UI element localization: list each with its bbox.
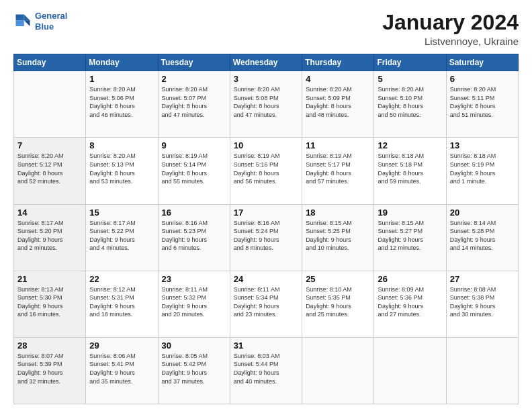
calendar-header-row: Sunday Monday Tuesday Wednesday Thursday… <box>14 54 519 71</box>
calendar-cell: 7Sunrise: 8:20 AM Sunset: 5:12 PM Daylig… <box>14 138 86 204</box>
day-number: 28 <box>17 340 82 351</box>
day-info: Sunrise: 8:06 AM Sunset: 5:41 PM Dayligh… <box>89 352 154 385</box>
calendar-cell: 21Sunrise: 8:13 AM Sunset: 5:30 PM Dayli… <box>14 271 86 337</box>
calendar-cell: 20Sunrise: 8:14 AM Sunset: 5:28 PM Dayli… <box>446 204 518 271</box>
day-number: 21 <box>17 274 82 284</box>
calendar-title: January 2024 <box>382 11 519 34</box>
day-info: Sunrise: 8:11 AM Sunset: 5:32 PM Dayligh… <box>162 285 226 319</box>
day-number: 12 <box>378 140 442 150</box>
calendar-cell <box>14 71 86 138</box>
day-number: 23 <box>162 274 226 284</box>
calendar-week-3: 14Sunrise: 8:17 AM Sunset: 5:20 PM Dayli… <box>14 204 519 271</box>
day-number: 17 <box>234 208 298 218</box>
calendar-cell <box>446 337 518 404</box>
day-info: Sunrise: 8:20 AM Sunset: 5:11 PM Dayligh… <box>450 85 515 119</box>
day-number: 24 <box>234 274 298 284</box>
calendar-cell: 17Sunrise: 8:16 AM Sunset: 5:24 PM Dayli… <box>230 204 302 271</box>
day-number: 11 <box>306 140 370 150</box>
day-info: Sunrise: 8:12 AM Sunset: 5:31 PM Dayligh… <box>89 285 154 319</box>
calendar-cell: 1Sunrise: 8:20 AM Sunset: 5:06 PM Daylig… <box>86 71 158 138</box>
calendar-cell: 13Sunrise: 8:18 AM Sunset: 5:19 PM Dayli… <box>446 138 518 204</box>
day-number: 1 <box>89 74 154 84</box>
header-wednesday: Wednesday <box>230 54 302 71</box>
day-info: Sunrise: 8:20 AM Sunset: 5:12 PM Dayligh… <box>17 152 82 185</box>
calendar-cell: 29Sunrise: 8:06 AM Sunset: 5:41 PM Dayli… <box>86 337 158 404</box>
calendar-cell: 24Sunrise: 8:11 AM Sunset: 5:34 PM Dayli… <box>230 271 302 337</box>
calendar-cell: 14Sunrise: 8:17 AM Sunset: 5:20 PM Dayli… <box>14 204 86 271</box>
logo-line2: Blue <box>35 21 54 32</box>
title-block: January 2024 Listvennoye, Ukraine <box>382 11 519 47</box>
day-number: 16 <box>162 208 226 218</box>
day-number: 25 <box>306 274 370 284</box>
day-number: 13 <box>450 140 515 150</box>
calendar-cell: 28Sunrise: 8:07 AM Sunset: 5:39 PM Dayli… <box>14 337 86 404</box>
logo-text: General Blue <box>35 11 67 32</box>
day-number: 7 <box>17 140 82 150</box>
day-info: Sunrise: 8:18 AM Sunset: 5:19 PM Dayligh… <box>450 152 515 185</box>
calendar-cell: 9Sunrise: 8:19 AM Sunset: 5:14 PM Daylig… <box>158 138 230 204</box>
day-info: Sunrise: 8:10 AM Sunset: 5:35 PM Dayligh… <box>306 285 370 319</box>
day-number: 3 <box>234 74 298 84</box>
header-saturday: Saturday <box>446 54 518 71</box>
day-info: Sunrise: 8:20 AM Sunset: 5:09 PM Dayligh… <box>306 85 370 119</box>
day-number: 14 <box>17 208 82 218</box>
day-info: Sunrise: 8:19 AM Sunset: 5:16 PM Dayligh… <box>234 152 298 185</box>
day-info: Sunrise: 8:19 AM Sunset: 5:14 PM Dayligh… <box>162 152 226 185</box>
day-info: Sunrise: 8:15 AM Sunset: 5:25 PM Dayligh… <box>306 219 370 253</box>
calendar-cell <box>302 337 374 404</box>
day-info: Sunrise: 8:20 AM Sunset: 5:13 PM Dayligh… <box>89 152 154 185</box>
day-number: 18 <box>306 208 370 218</box>
day-info: Sunrise: 8:09 AM Sunset: 5:36 PM Dayligh… <box>378 285 442 319</box>
day-number: 30 <box>162 340 226 351</box>
calendar-week-2: 7Sunrise: 8:20 AM Sunset: 5:12 PM Daylig… <box>14 138 519 204</box>
calendar-cell: 2Sunrise: 8:20 AM Sunset: 5:07 PM Daylig… <box>158 71 230 138</box>
day-info: Sunrise: 8:17 AM Sunset: 5:20 PM Dayligh… <box>17 219 82 253</box>
day-info: Sunrise: 8:20 AM Sunset: 5:07 PM Dayligh… <box>162 85 226 119</box>
day-number: 19 <box>378 208 442 218</box>
day-info: Sunrise: 8:20 AM Sunset: 5:06 PM Dayligh… <box>89 85 154 119</box>
day-info: Sunrise: 8:14 AM Sunset: 5:28 PM Dayligh… <box>450 219 515 253</box>
calendar-cell: 8Sunrise: 8:20 AM Sunset: 5:13 PM Daylig… <box>86 138 158 204</box>
day-number: 10 <box>234 140 298 150</box>
calendar-cell: 26Sunrise: 8:09 AM Sunset: 5:36 PM Dayli… <box>374 271 446 337</box>
day-number: 4 <box>306 74 370 84</box>
calendar-cell: 5Sunrise: 8:20 AM Sunset: 5:10 PM Daylig… <box>374 71 446 138</box>
day-info: Sunrise: 8:05 AM Sunset: 5:42 PM Dayligh… <box>162 352 226 385</box>
day-number: 27 <box>450 274 515 284</box>
day-number: 20 <box>450 208 515 218</box>
day-number: 31 <box>234 340 298 351</box>
day-info: Sunrise: 8:20 AM Sunset: 5:08 PM Dayligh… <box>234 85 298 119</box>
day-number: 22 <box>89 274 154 284</box>
calendar-cell: 3Sunrise: 8:20 AM Sunset: 5:08 PM Daylig… <box>230 71 302 138</box>
day-info: Sunrise: 8:20 AM Sunset: 5:10 PM Dayligh… <box>378 85 442 119</box>
calendar-cell: 15Sunrise: 8:17 AM Sunset: 5:22 PM Dayli… <box>86 204 158 271</box>
calendar-cell <box>374 337 446 404</box>
calendar-cell: 10Sunrise: 8:19 AM Sunset: 5:16 PM Dayli… <box>230 138 302 204</box>
page: General Blue January 2024 Listvennoye, U… <box>0 0 532 411</box>
calendar-cell: 22Sunrise: 8:12 AM Sunset: 5:31 PM Dayli… <box>86 271 158 337</box>
day-number: 5 <box>378 74 442 84</box>
day-info: Sunrise: 8:17 AM Sunset: 5:22 PM Dayligh… <box>89 219 154 253</box>
day-info: Sunrise: 8:19 AM Sunset: 5:17 PM Dayligh… <box>306 152 370 185</box>
day-info: Sunrise: 8:08 AM Sunset: 5:38 PM Dayligh… <box>450 285 515 319</box>
svg-marker-0 <box>24 14 30 20</box>
day-number: 29 <box>89 340 154 351</box>
calendar-cell: 25Sunrise: 8:10 AM Sunset: 5:35 PM Dayli… <box>302 271 374 337</box>
header-monday: Monday <box>86 54 158 71</box>
day-number: 15 <box>89 208 154 218</box>
logo-icon <box>13 12 32 31</box>
calendar-cell: 31Sunrise: 8:03 AM Sunset: 5:44 PM Dayli… <box>230 337 302 404</box>
day-info: Sunrise: 8:16 AM Sunset: 5:23 PM Dayligh… <box>162 219 226 253</box>
svg-marker-1 <box>24 20 30 26</box>
svg-rect-2 <box>16 14 24 20</box>
header-sunday: Sunday <box>14 54 86 71</box>
header-tuesday: Tuesday <box>158 54 230 71</box>
calendar-cell: 11Sunrise: 8:19 AM Sunset: 5:17 PM Dayli… <box>302 138 374 204</box>
day-info: Sunrise: 8:07 AM Sunset: 5:39 PM Dayligh… <box>17 352 82 385</box>
day-info: Sunrise: 8:18 AM Sunset: 5:18 PM Dayligh… <box>378 152 442 185</box>
calendar-cell: 16Sunrise: 8:16 AM Sunset: 5:23 PM Dayli… <box>158 204 230 271</box>
svg-rect-3 <box>16 20 24 26</box>
calendar-week-1: 1Sunrise: 8:20 AM Sunset: 5:06 PM Daylig… <box>14 71 519 138</box>
calendar-week-4: 21Sunrise: 8:13 AM Sunset: 5:30 PM Dayli… <box>14 271 519 337</box>
calendar-subtitle: Listvennoye, Ukraine <box>382 36 519 47</box>
